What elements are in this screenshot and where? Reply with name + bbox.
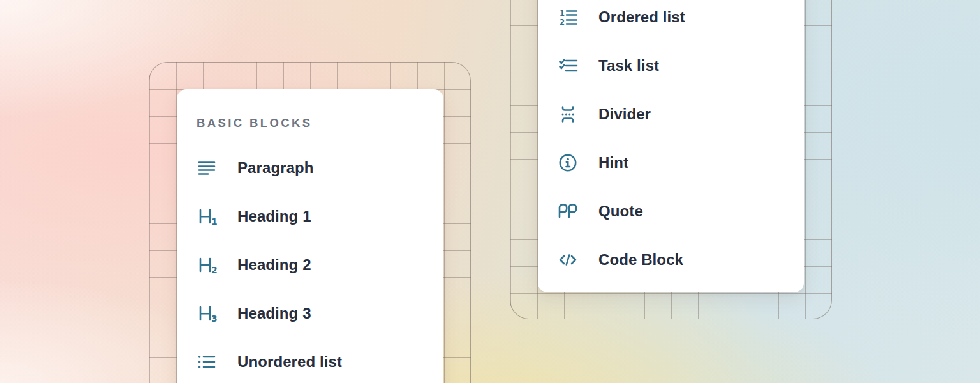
divider-icon [558, 104, 578, 124]
quote-icon [558, 201, 578, 222]
unordered-list-icon [197, 352, 217, 372]
heading-1-icon: 1 [197, 206, 217, 227]
menu-item-unordered-list[interactable]: Unordered list [197, 338, 443, 383]
basic-blocks-menu-list: Paragraph 1Heading 1 2Heading 2 3Heading… [177, 144, 443, 383]
menu-item-divider[interactable]: Divider [558, 90, 804, 139]
svg-text:2: 2 [211, 265, 217, 275]
hint-icon [558, 153, 578, 173]
menu-item-label: Ordered list [598, 8, 685, 26]
basic-blocks-heading: BASIC BLOCKS [197, 115, 443, 131]
svg-text:2: 2 [560, 18, 565, 27]
menu-item-label: Code Block [598, 251, 683, 269]
menu-item-heading-3[interactable]: 3Heading 3 [197, 289, 443, 338]
svg-text:1: 1 [211, 216, 217, 227]
menu-item-label: Heading 3 [237, 304, 311, 322]
menu-item-label: Hint [598, 154, 628, 172]
menu-item-label: Unordered list [237, 353, 342, 371]
paragraph-icon [197, 158, 217, 178]
menu-item-code-block[interactable]: Code Block [558, 236, 804, 284]
heading-3-icon: 3 [197, 303, 217, 324]
heading-2-icon: 2 [197, 255, 217, 275]
menu-item-label: Heading 2 [237, 256, 311, 274]
advanced-blocks-menu-list: 1 2Ordered list Task list Divider Hint Q… [538, 0, 804, 284]
menu-item-label: Task list [598, 57, 659, 75]
svg-text:1: 1 [560, 9, 565, 18]
menu-item-hint[interactable]: Hint [558, 139, 804, 187]
code-block-icon [558, 250, 578, 270]
task-list-icon [558, 56, 578, 76]
basic-blocks-menu-card: BASIC BLOCKS Paragraph 1Heading 1 2Headi… [177, 89, 443, 383]
ordered-list-icon: 1 2 [558, 7, 578, 27]
advanced-blocks-menu-card: 1 2Ordered list Task list Divider Hint Q… [538, 0, 804, 292]
menu-item-quote[interactable]: Quote [558, 187, 804, 236]
menu-item-label: Paragraph [237, 159, 314, 177]
menu-item-paragraph[interactable]: Paragraph [197, 144, 443, 192]
menu-item-label: Divider [598, 105, 651, 123]
menu-item-heading-1[interactable]: 1Heading 1 [197, 192, 443, 241]
menu-item-ordered-list[interactable]: 1 2Ordered list [558, 0, 804, 41]
svg-text:3: 3 [211, 313, 217, 324]
menu-item-label: Heading 1 [237, 207, 311, 225]
menu-item-task-list[interactable]: Task list [558, 41, 804, 90]
menu-item-label: Quote [598, 202, 643, 220]
menu-item-heading-2[interactable]: 2Heading 2 [197, 241, 443, 289]
